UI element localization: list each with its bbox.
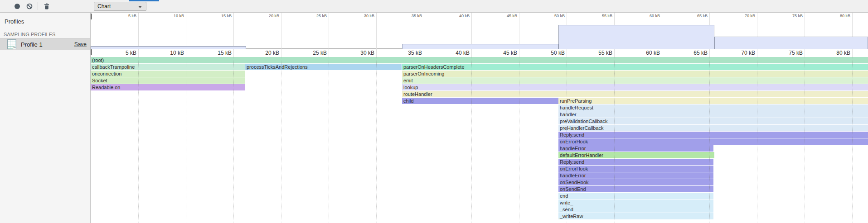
sidebar-item-profile-1[interactable]: % Profile 1 Save — [0, 38, 90, 50]
gridline — [662, 57, 662, 223]
flame-bar[interactable]: onErrorHook — [558, 138, 868, 145]
gridline — [186, 13, 186, 57]
flame-bar[interactable]: preValidationCallback — [558, 118, 868, 124]
flame-bar[interactable]: routeHandler — [402, 91, 868, 97]
ruler-tick-label: 35 kB — [396, 14, 422, 18]
toolbar-separator — [38, 2, 38, 10]
save-profile-link[interactable]: Save — [74, 41, 87, 47]
flame-bar[interactable]: _send — [558, 206, 713, 213]
gridline — [424, 57, 424, 223]
overview-segment — [91, 46, 246, 49]
flame-bar[interactable]: runPreParsing — [558, 98, 868, 104]
trash-icon[interactable] — [43, 3, 50, 10]
flame-bar[interactable]: write_ — [558, 199, 713, 206]
flame-bar[interactable]: processTicksAndRejections — [245, 64, 402, 70]
flame-bar[interactable]: Socket — [91, 77, 245, 84]
ruler-tick-label: 75 kB — [776, 14, 803, 18]
ruler-tick-label: 50 kB — [538, 50, 565, 56]
scroll-thumb[interactable] — [91, 14, 92, 19]
flame-bar[interactable]: end — [558, 193, 713, 199]
gridline — [757, 13, 757, 57]
gridline — [233, 57, 234, 223]
ruler-tick-label: 10 kB — [158, 50, 184, 56]
flame-bar[interactable]: callbackTrampoline — [91, 64, 245, 70]
flame-bar[interactable]: Readable.on — [91, 84, 245, 90]
memory-overview[interactable] — [91, 20, 868, 49]
ruler-tick-label: 55 kB — [586, 14, 612, 18]
ruler-tick-label: 45 kB — [491, 50, 517, 56]
flame-bar[interactable]: handleRequest — [558, 104, 868, 111]
record-icon[interactable] — [14, 3, 21, 10]
gridline — [281, 13, 281, 57]
chevron-down-icon — [138, 6, 142, 8]
ruler-tick-label: 15 kB — [205, 50, 232, 56]
gridline — [329, 13, 329, 57]
flame-bar[interactable]: emit — [402, 77, 868, 84]
overview-ruler: 5 kB10 kB15 kB20 kB25 kB30 kB35 kB40 kB4… — [91, 13, 868, 20]
ruler-tick-label: 80 kB — [824, 50, 850, 56]
ruler-tick-label: 5 kB — [110, 14, 136, 18]
ruler-tick-label: 65 kB — [681, 14, 708, 18]
flame-bar[interactable]: Reply.send — [558, 159, 713, 165]
ruler-tick-label: 70 kB — [729, 50, 755, 56]
flame-bar[interactable]: _writeRaw — [558, 213, 713, 219]
gridline — [852, 57, 853, 223]
flame-bar[interactable]: onSendEnd — [558, 186, 713, 192]
gridline — [138, 57, 139, 223]
flame-bar[interactable]: child — [402, 98, 558, 104]
gridline — [376, 57, 377, 223]
flame-bar[interactable]: handleError — [558, 172, 713, 179]
gridline — [614, 57, 615, 223]
flame-bar[interactable]: preHandlerCallback — [558, 125, 868, 131]
gridline — [852, 13, 853, 57]
flame-bar[interactable]: parserOnHeadersComplete — [402, 64, 868, 70]
gridline — [281, 57, 281, 223]
active-tab-indicator — [129, 0, 159, 1]
gridline — [138, 13, 139, 57]
ruler-tick-label: 65 kB — [681, 50, 708, 56]
gridline — [471, 57, 472, 223]
flame-bar[interactable]: onErrorHook — [558, 166, 713, 172]
view-mode-label: Chart — [97, 3, 111, 9]
view-mode-select[interactable]: Chart — [94, 2, 146, 11]
flame-bar[interactable]: Reply.send — [558, 132, 868, 138]
ruler-tick-label: 55 kB — [586, 50, 612, 56]
chart-panel: 5 kB10 kB15 kB20 kB25 kB30 kB35 kB40 kB4… — [91, 13, 868, 223]
clear-icon[interactable] — [26, 3, 33, 10]
profile-name: Profile 1 — [21, 41, 43, 48]
gridline — [424, 13, 424, 57]
gridline — [329, 57, 329, 223]
flame-bar[interactable]: onSendHook — [558, 179, 713, 185]
ruler-tick-label: 35 kB — [396, 50, 422, 56]
gridline — [805, 57, 805, 223]
flame-bar[interactable]: (root) — [91, 57, 868, 63]
gridline — [519, 13, 519, 57]
flame-bar[interactable]: parserOnIncoming — [402, 71, 868, 77]
ruler-tick-label: 60 kB — [634, 14, 660, 18]
sampling-profiles-section-label: SAMPLING PROFILES — [4, 32, 55, 37]
gridline — [233, 13, 234, 57]
gridline — [519, 57, 519, 223]
flame-ruler: 5 kB10 kB15 kB20 kB25 kB30 kB35 kB40 kB4… — [91, 49, 868, 57]
ruler-tick-label: 40 kB — [443, 14, 470, 18]
overview-segment — [714, 37, 868, 49]
ruler-tick-label: 80 kB — [824, 14, 850, 18]
ruler-tick-label: 45 kB — [491, 14, 517, 18]
flame-bar[interactable]: handler — [558, 111, 868, 118]
flame-chart: (root)callbackTrampolineprocessTicksAndR… — [91, 57, 868, 223]
ruler-tick-label: 25 kB — [301, 50, 327, 56]
flame-bar[interactable]: lookup — [402, 84, 868, 90]
ruler-tick-label: 30 kB — [348, 14, 374, 18]
flame-bar[interactable]: defaultErrorHandler — [558, 152, 714, 158]
sampling-profile-document-icon: % — [7, 39, 16, 49]
ruler-tick-label: 20 kB — [253, 14, 279, 18]
flame-bar[interactable]: onconnection — [91, 71, 245, 77]
ruler-tick-label: 25 kB — [301, 14, 327, 18]
ruler-tick-label: 5 kB — [110, 50, 136, 56]
scroll-thumb[interactable] — [91, 49, 92, 55]
gridline — [757, 57, 757, 223]
sidebar: Profiles SAMPLING PROFILES % Profile 1 S… — [0, 13, 91, 223]
gridline — [186, 57, 186, 223]
gridline — [709, 57, 710, 223]
flame-bar[interactable]: handleError — [558, 145, 713, 152]
